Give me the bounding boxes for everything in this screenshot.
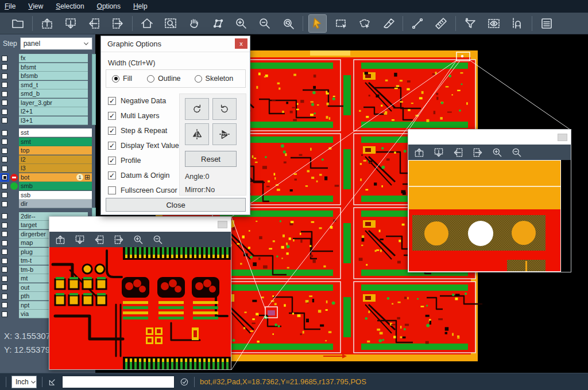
layer-row-bot[interactable]: bot1⊞: [0, 173, 92, 182]
layer-row-dir[interactable]: dir: [0, 200, 92, 208]
menu-selection[interactable]: Selection: [56, 2, 84, 10]
checkbox-profile[interactable]: ✓Profile: [108, 153, 179, 168]
layer-visible-checkbox-l3[interactable]: [0, 164, 9, 173]
layer-row-smt[interactable]: smt: [0, 138, 92, 146]
layer-visible-checkbox-l2+1[interactable]: [0, 107, 9, 116]
angle-corner-icon[interactable]: [48, 377, 57, 387]
select-poly-button[interactable]: [356, 15, 373, 32]
snap-button[interactable]: [509, 15, 526, 32]
flip-horizontal-button[interactable]: [185, 123, 209, 145]
layer-visible-checkbox-layer_3.gbr[interactable]: [0, 99, 9, 107]
layer-visible-checkbox-smd_b[interactable]: [0, 89, 9, 98]
layer-visible-checkbox-dir[interactable]: [0, 200, 9, 208]
zoom-object-button[interactable]: [209, 15, 226, 32]
menu-help[interactable]: Help: [133, 2, 148, 10]
measure-button[interactable]: [409, 15, 426, 32]
layer-row-l2+1[interactable]: l2+1: [0, 107, 92, 116]
layer-row-smd_b[interactable]: smd_b: [0, 89, 92, 98]
rotate-ccw-button[interactable]: [212, 98, 237, 120]
pan-left-button[interactable]: [452, 146, 465, 159]
dialog-titlebar[interactable]: Graphic Options: [101, 36, 250, 52]
zoom-out-button[interactable]: [152, 233, 164, 246]
radio-skeleton[interactable]: Skeleton: [195, 75, 234, 83]
layer-visible-checkbox-bfsmb[interactable]: [0, 72, 9, 80]
layer-row-bfsmt[interactable]: bfsmt: [0, 63, 92, 72]
layer-visible-checkbox-via[interactable]: [0, 310, 9, 318]
layer-visible-checkbox-npt[interactable]: [0, 301, 9, 310]
pan-right-button[interactable]: [471, 146, 484, 159]
layer-visible-checkbox-pth[interactable]: [0, 292, 9, 301]
zoom-out-button[interactable]: [256, 15, 273, 32]
layer-row-l3+1[interactable]: l3+1: [0, 116, 92, 125]
pan-left-button[interactable]: [86, 15, 103, 32]
pan-down-button[interactable]: [62, 15, 79, 32]
layer-visible-checkbox-bot[interactable]: [0, 173, 9, 182]
layer-visible-checkbox-plug[interactable]: [0, 248, 9, 256]
checkbox-display-text-value[interactable]: ✓Display Text Value: [108, 138, 179, 153]
layer-row-layer_3.gbr[interactable]: layer_3.gbr: [0, 99, 92, 107]
pan-down-button[interactable]: [432, 146, 445, 159]
layer-scrollbar-top[interactable]: [92, 54, 96, 125]
zoom-window-button[interactable]: [162, 15, 179, 32]
layer-visible-checkbox-target[interactable]: [0, 221, 9, 229]
zoom-out-button[interactable]: [510, 146, 523, 159]
checkbox-step-repeat[interactable]: ✓Step & Repeat: [108, 123, 179, 138]
pan-up-button[interactable]: [54, 233, 67, 246]
checkbox-multi-layers[interactable]: ✓Multi Layers: [108, 108, 179, 123]
layer-row-ssb[interactable]: ssb: [0, 191, 92, 200]
layers-panel-button[interactable]: [538, 15, 555, 32]
confirm-circle-icon[interactable]: [180, 377, 189, 387]
layer-visible-checkbox-tm-t[interactable]: [0, 256, 9, 265]
reset-button[interactable]: Reset: [185, 151, 237, 167]
filter-button[interactable]: [462, 15, 479, 32]
pan-right-button[interactable]: [109, 15, 126, 32]
layer-visible-checkbox-mt[interactable]: [0, 274, 9, 283]
layer-row-smd_t[interactable]: smd_t: [0, 81, 92, 89]
layer-visible-checkbox-bfsmt[interactable]: [0, 63, 9, 72]
layer-row-smb[interactable]: smb: [0, 182, 92, 190]
magnifier-left-titlebar[interactable]: [49, 217, 231, 232]
layer-visible-checkbox-smt[interactable]: [0, 138, 9, 146]
menu-view[interactable]: View: [28, 2, 43, 10]
dialog-close-icon[interactable]: x: [235, 38, 247, 49]
layer-visible-checkbox-sst[interactable]: [0, 128, 9, 137]
layer-visible-checkbox-smb[interactable]: [0, 182, 9, 190]
checkbox-fullscreen-cursor[interactable]: Fullscreen Cursor: [108, 183, 179, 198]
radio-fill[interactable]: Fill: [112, 75, 132, 83]
menu-file[interactable]: File: [5, 2, 16, 10]
layer-row-fx[interactable]: fx: [0, 54, 92, 63]
layer-visible-checkbox-map[interactable]: [0, 239, 9, 247]
layer-visible-checkbox-ssb[interactable]: [0, 191, 9, 200]
unit-select[interactable]: Inch: [11, 376, 37, 388]
ruler-button[interactable]: [432, 15, 450, 32]
select-rect-button[interactable]: [332, 15, 350, 32]
zoom-in-button[interactable]: [233, 15, 250, 32]
layer-visible-checkbox-l2[interactable]: [0, 155, 9, 164]
checkbox-datum-origin[interactable]: ✓Datum & Origin: [108, 168, 179, 183]
open-file-button[interactable]: [9, 15, 26, 32]
pan-down-button[interactable]: [74, 233, 86, 246]
layer-row-l2[interactable]: l2: [0, 155, 92, 164]
layer-visible-checkbox-tm-b[interactable]: [0, 266, 9, 274]
pan-hand-button[interactable]: [185, 15, 203, 32]
checkbox-negative-data[interactable]: ✓Negative Data: [108, 93, 179, 108]
layer-visible-checkbox-out[interactable]: [0, 283, 9, 292]
step-select[interactable]: panel: [20, 37, 92, 50]
layer-visible-checkbox-top[interactable]: [0, 146, 9, 155]
layer-visible-checkbox-2dir--[interactable]: [0, 212, 9, 221]
pan-right-button[interactable]: [113, 233, 125, 246]
close-button[interactable]: Close: [106, 198, 246, 212]
layer-visible-checkbox-dirgerber[interactable]: [0, 230, 9, 239]
layer-row-top[interactable]: top: [0, 146, 92, 155]
pan-up-button[interactable]: [38, 15, 56, 32]
zoom-previous-button[interactable]: [280, 15, 297, 32]
magnifier-left-window-button[interactable]: [218, 221, 227, 228]
rotate-cw-button[interactable]: [185, 98, 209, 120]
zoom-in-button[interactable]: [132, 233, 145, 246]
magnifier-right-titlebar[interactable]: [408, 130, 571, 145]
pan-left-button[interactable]: [93, 233, 106, 246]
layer-row-bfsmb[interactable]: bfsmb: [0, 72, 92, 80]
pan-up-button[interactable]: [413, 146, 425, 159]
zoom-in-button[interactable]: [491, 146, 504, 159]
view-options-button[interactable]: [485, 15, 502, 32]
